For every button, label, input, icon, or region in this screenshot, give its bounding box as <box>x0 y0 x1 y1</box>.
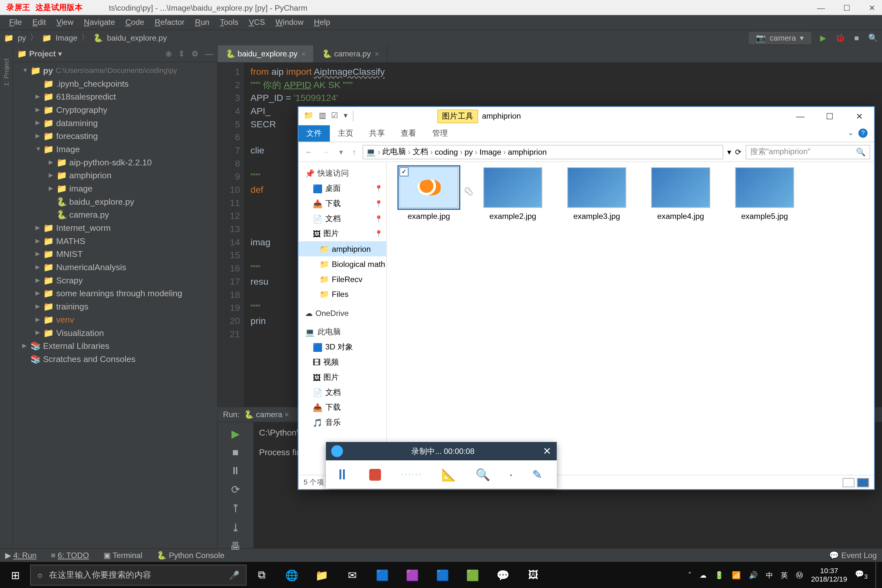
windows-taskbar[interactable]: ⊞ ○ 在这里输入你要搜索的内容 🎤 ⧉ 🌐 📁 ✉ 🟦 🟪 🟦 🟩 💬 🖼 ˄… <box>0 562 882 588</box>
address-path[interactable]: 💻 › 此电脑 › 文档 › coding › py › Image › amp… <box>363 145 723 159</box>
quick-access[interactable]: 📌 快速访问 <box>298 166 387 181</box>
start-button[interactable]: ⊞ <box>0 569 30 582</box>
explorer-file-list[interactable]: ✓example.jpgexample2.jpgexample3.jpgexam… <box>387 162 874 474</box>
tree-item[interactable]: ▶📁 venv <box>13 313 217 326</box>
ime-indicator[interactable]: 中 <box>766 570 773 580</box>
nav-pictures[interactable]: 🖼 图片📍 <box>298 226 387 242</box>
run-tool-button[interactable]: ▶ 4: Run <box>5 551 36 560</box>
tree-item[interactable]: ▼📁 Image <box>13 142 217 155</box>
pause-button[interactable]: ⏸ <box>335 466 350 483</box>
taskbar-search[interactable]: ○ 在这里输入你要搜索的内容 🎤 <box>30 564 247 585</box>
word-icon[interactable]: 🟦 <box>428 569 458 582</box>
refresh-icon[interactable]: ⟳ <box>735 147 741 156</box>
explorer-titlebar[interactable]: 📁 ▥ ☑ ▾ 图片工具 amphiprion — ☐ ✕ <box>298 107 874 125</box>
todo-tool-button[interactable]: ≡ 6: TODO <box>51 551 89 560</box>
image-tools-tab[interactable]: 图片工具 <box>438 109 478 123</box>
print-icon[interactable]: 🖶 <box>230 540 241 552</box>
tray-chevron-icon[interactable]: ˄ <box>688 571 692 579</box>
wifi-icon[interactable]: 📶 <box>732 571 741 579</box>
show-desktop-button[interactable] <box>876 562 879 588</box>
close-icon[interactable]: ✕ <box>543 445 551 457</box>
breadcrumb-file[interactable]: baidu_explore.py <box>107 33 167 42</box>
breadcrumb-folder[interactable]: Image <box>56 33 77 42</box>
menu-navigate[interactable]: Navigate <box>79 18 120 27</box>
editor-tab[interactable]: 🐍 baidu_explore.py × <box>218 45 314 62</box>
qat-icon[interactable]: ▥ <box>319 111 326 122</box>
tree-root[interactable]: ▼📁 pyC:\Users\samar\Documents\coding\py <box>13 63 217 77</box>
nav-documents2[interactable]: 📄 文档 <box>298 385 387 400</box>
collapse-icon[interactable]: ⇕ <box>178 49 185 58</box>
restart-icon[interactable]: ⟳ <box>231 483 240 496</box>
stop-button[interactable]: ■ <box>854 33 859 42</box>
nav-3d[interactable]: 🟦 3D 对象 <box>298 340 387 355</box>
breadcrumb-root[interactable]: py <box>18 33 26 42</box>
menu-tools[interactable]: Tools <box>215 18 244 27</box>
rerun-icon[interactable]: ▶ <box>231 428 239 440</box>
menu-code[interactable]: Code <box>120 18 150 27</box>
stop-icon[interactable]: ■ <box>232 447 238 458</box>
minimize-button[interactable]: — <box>786 111 815 121</box>
tree-item[interactable]: 🐍 camera.py <box>13 208 217 221</box>
project-tool-button[interactable]: 1: Project <box>3 58 10 86</box>
back-button[interactable]: ← <box>302 147 316 156</box>
tree-item[interactable]: ▶📚 External Libraries <box>13 339 217 352</box>
ribbon-file-tab[interactable]: 文件 <box>298 125 330 142</box>
menu-view[interactable]: View <box>51 18 79 27</box>
nav-desktop[interactable]: 🟦 桌面📍 <box>298 181 387 196</box>
pen-icon[interactable]: ✎ <box>532 467 542 482</box>
close-button[interactable]: ✕ <box>844 111 874 121</box>
ribbon-share-tab[interactable]: 共享 <box>362 125 393 142</box>
ime-icon[interactable]: Ⓜ <box>796 570 803 580</box>
ribbon-manage-tab[interactable]: 管理 <box>424 125 456 142</box>
pycharm-icon[interactable]: 🟩 <box>458 569 488 582</box>
file-thumbnail[interactable]: example3.jpg <box>564 167 629 221</box>
explorer-icon[interactable]: 📁 <box>307 569 337 582</box>
path-dropdown-icon[interactable]: ▾ <box>727 147 731 156</box>
nav-amphiprion[interactable]: 📁 amphiprion <box>298 242 387 256</box>
mic-icon[interactable]: 🎤 <box>229 570 240 580</box>
stop-button[interactable] <box>369 468 381 480</box>
path-segment[interactable]: 文档 <box>412 146 428 158</box>
tree-item[interactable]: 📚 Scratches and Consoles <box>13 352 217 365</box>
file-thumbnail[interactable]: example2.jpg <box>480 167 546 221</box>
ime-indicator[interactable]: 英 <box>781 570 788 580</box>
menu-edit[interactable]: Edit <box>27 18 51 27</box>
tree-item[interactable]: ▶📁 amphiprion <box>13 169 217 182</box>
menu-file[interactable]: File <box>4 18 27 27</box>
tree-item[interactable]: 🐍 baidu_explore.py <box>13 195 217 208</box>
tree-item[interactable]: ▶📁 some learnings through modeling <box>13 286 217 300</box>
nav-pictures2[interactable]: 🖼 图片 <box>298 370 387 385</box>
mail-icon[interactable]: ✉ <box>337 569 368 582</box>
tree-item[interactable]: ▶📁 datamining <box>13 116 217 129</box>
qat-dropdown-icon[interactable]: ▾ <box>344 111 348 122</box>
path-segment[interactable]: coding <box>435 147 458 156</box>
task-view-icon[interactable]: ⧉ <box>247 569 277 581</box>
explorer-nav-pane[interactable]: 📌 快速访问 🟦 桌面📍 📥 下载📍 📄 文档📍 🖼 图片📍 📁 amphipr… <box>298 162 387 474</box>
tree-item[interactable]: ▶📁 618salespredict <box>13 90 217 103</box>
file-thumbnail[interactable]: ✓example.jpg <box>396 167 462 221</box>
maximize-button[interactable]: ☐ <box>815 111 845 121</box>
annotation-icon[interactable]: 📐 <box>441 467 456 482</box>
nav-downloads[interactable]: 📥 下载📍 <box>298 196 387 211</box>
tree-item[interactable]: ▶📁 NumericalAnalysis <box>13 261 217 274</box>
nav-biomath[interactable]: 📁 Biological math <box>298 256 387 272</box>
up-button[interactable]: ↑ <box>350 147 358 156</box>
nav-videos[interactable]: 🎞 视频 <box>298 355 387 370</box>
run-button[interactable]: ▶ <box>820 33 826 42</box>
tree-item[interactable]: ▶📁 MNIST <box>13 247 217 261</box>
nav-files[interactable]: 📁 Files <box>298 286 387 302</box>
hide-icon[interactable]: — <box>206 49 213 58</box>
run-tab-name[interactable]: camera <box>256 410 282 419</box>
notifications-icon[interactable]: 💬3 <box>855 570 867 580</box>
app-icon[interactable]: 🟪 <box>398 569 428 582</box>
thumbnails-view-icon[interactable] <box>857 478 869 487</box>
ribbon-home-tab[interactable]: 主页 <box>330 125 362 142</box>
path-segment[interactable]: amphiprion <box>508 147 547 156</box>
tree-item[interactable]: ▶📁 aip-python-sdk-2.2.10 <box>13 155 217 169</box>
up-icon[interactable]: ⤒ <box>231 502 240 515</box>
tree-item[interactable]: ▶📁 Cryptography <box>13 103 217 116</box>
zoom-icon[interactable]: 🔍 <box>476 467 490 482</box>
forward-button[interactable]: → <box>320 147 333 156</box>
ribbon-view-tab[interactable]: 查看 <box>393 125 424 142</box>
close-button[interactable]: ✕ <box>869 3 875 12</box>
